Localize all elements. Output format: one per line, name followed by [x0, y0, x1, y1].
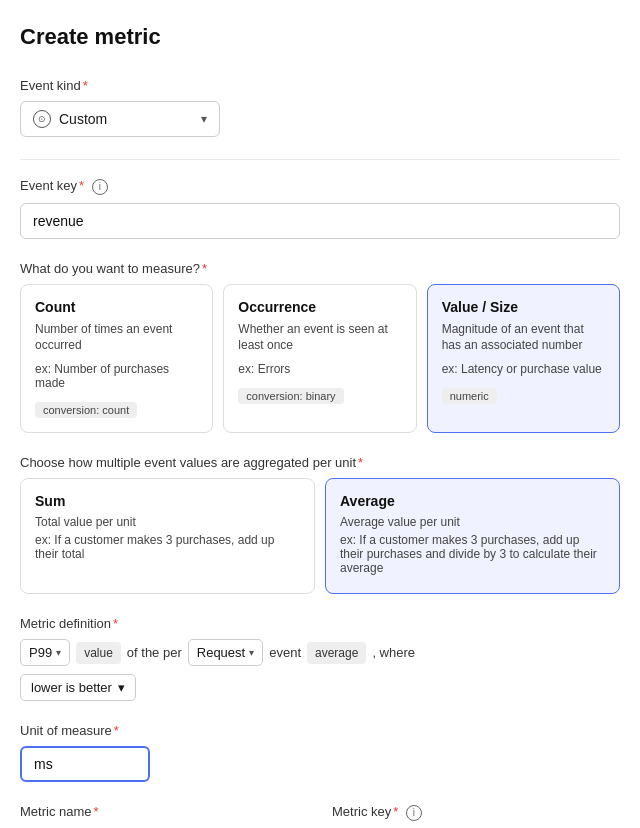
per-chevron-icon: ▾	[249, 647, 254, 658]
metric-key-label: Metric key* i	[332, 804, 620, 821]
per-value: Request	[197, 645, 245, 660]
event-key-info-icon[interactable]: i	[92, 179, 108, 195]
aggregation-card-average[interactable]: Average Average value per unit ex: If a …	[325, 478, 620, 594]
event-key-label: Event key* i	[20, 178, 620, 195]
comma-where-text: , where	[372, 645, 415, 660]
divider-1	[20, 159, 620, 160]
event-text: event	[269, 645, 301, 660]
event-kind-section: Event kind* ⊙ Custom ▾	[20, 78, 620, 137]
unit-of-measure-label: Unit of measure*	[20, 723, 620, 738]
page-title: Create metric	[20, 24, 620, 50]
unit-of-measure-input[interactable]	[20, 746, 150, 782]
metric-definition-section: Metric definition* P99 ▾ value of the pe…	[20, 616, 620, 701]
direction-chevron-icon: ▾	[118, 680, 125, 695]
metric-key-section: Metric key* i	[332, 804, 620, 828]
event-kind-value: Custom	[59, 111, 193, 127]
bottom-row: Metric name* Metric key* i	[20, 804, 620, 828]
value-tag: value	[76, 642, 121, 664]
percentile-value: P99	[29, 645, 52, 660]
metric-key-info-icon[interactable]: i	[406, 805, 422, 821]
aggregation-label: Choose how multiple event values are agg…	[20, 455, 620, 470]
agg-avg-example: ex: If a customer makes 3 purchases, add…	[340, 533, 605, 575]
where-tag: average	[307, 642, 366, 664]
metric-definition-label: Metric definition*	[20, 616, 620, 631]
unit-of-measure-section: Unit of measure*	[20, 723, 620, 782]
event-key-section: Event key* i	[20, 178, 620, 239]
per-select[interactable]: Request ▾	[188, 639, 263, 666]
percentile-select[interactable]: P99 ▾	[20, 639, 70, 666]
measure-label: What do you want to measure?*	[20, 261, 620, 276]
event-key-input[interactable]	[20, 203, 620, 239]
measure-card-count[interactable]: Count Number of times an event occurred …	[20, 284, 213, 434]
direction-value: lower is better	[31, 680, 112, 695]
measure-occurrence-title: Occurrence	[238, 299, 401, 315]
measure-section: What do you want to measure?* Count Numb…	[20, 261, 620, 434]
measure-occurrence-example: ex: Errors	[238, 362, 401, 376]
measure-card-occurrence[interactable]: Occurrence Whether an event is seen at l…	[223, 284, 416, 434]
direction-row: lower is better ▾	[20, 674, 620, 701]
measure-card-value-size[interactable]: Value / Size Magnitude of an event that …	[427, 284, 620, 434]
aggregation-cards-row: Sum Total value per unit ex: If a custom…	[20, 478, 620, 594]
measure-count-title: Count	[35, 299, 198, 315]
measure-value-example: ex: Latency or purchase value	[442, 362, 605, 376]
event-kind-dropdown[interactable]: ⊙ Custom ▾	[20, 101, 220, 137]
agg-sum-desc: Total value per unit	[35, 515, 300, 529]
measure-count-example: ex: Number of purchases made	[35, 362, 198, 390]
chevron-down-icon: ▾	[201, 112, 207, 126]
agg-sum-example: ex: If a customer makes 3 purchases, add…	[35, 533, 300, 561]
measure-value-desc: Magnitude of an event that has an associ…	[442, 321, 605, 355]
measure-value-badge: numeric	[442, 388, 497, 404]
event-kind-icon: ⊙	[33, 110, 51, 128]
event-kind-label: Event kind*	[20, 78, 620, 93]
aggregation-section: Choose how multiple event values are agg…	[20, 455, 620, 594]
measure-occurrence-desc: Whether an event is seen at least once	[238, 321, 401, 355]
agg-avg-title: Average	[340, 493, 605, 509]
metric-def-row: P99 ▾ value of the per Request ▾ event a…	[20, 639, 620, 666]
percentile-chevron-icon: ▾	[56, 647, 61, 658]
measure-count-badge: conversion: count	[35, 402, 137, 418]
agg-sum-title: Sum	[35, 493, 300, 509]
of-the-per-text: of the per	[127, 645, 182, 660]
metric-name-section: Metric name*	[20, 804, 308, 828]
measure-occurrence-badge: conversion: binary	[238, 388, 343, 404]
measure-count-desc: Number of times an event occurred	[35, 321, 198, 355]
measure-value-title: Value / Size	[442, 299, 605, 315]
aggregation-card-sum[interactable]: Sum Total value per unit ex: If a custom…	[20, 478, 315, 594]
metric-name-label: Metric name*	[20, 804, 308, 819]
measure-cards-row: Count Number of times an event occurred …	[20, 284, 620, 434]
agg-avg-desc: Average value per unit	[340, 515, 605, 529]
direction-select[interactable]: lower is better ▾	[20, 674, 136, 701]
